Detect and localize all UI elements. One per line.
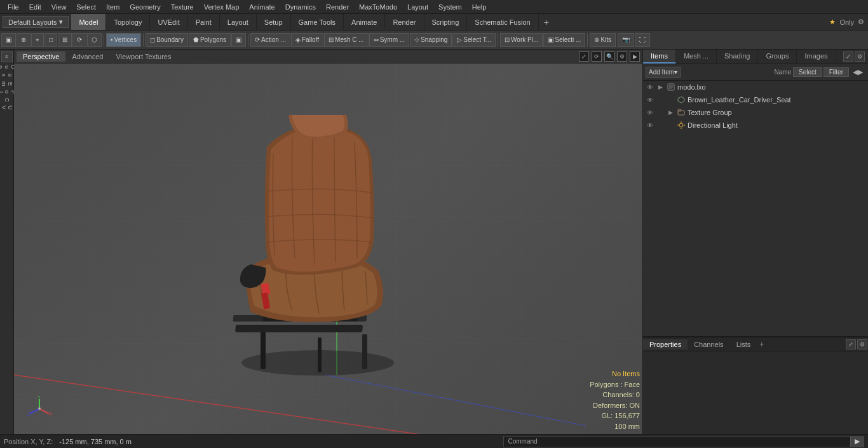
viewport-tab-perspective[interactable]: Perspective — [17, 51, 65, 62]
layout-tab-gametools[interactable]: Game Tools — [291, 14, 344, 30]
panel-settings-icon[interactable]: ⚙ — [855, 51, 865, 62]
items-select-button[interactable]: Select — [793, 67, 822, 77]
left-toggle[interactable]: ≡ — [1, 51, 13, 62]
menu-geometry[interactable]: Geometry — [125, 2, 165, 12]
tool-work-plane[interactable]: ⊡ Work Pl... — [500, 33, 543, 47]
layout-tab-render[interactable]: Render — [385, 14, 424, 30]
eye-icon[interactable]: 👁 — [646, 83, 654, 92]
tool-symm[interactable]: ⇔ Symm ... — [369, 33, 409, 47]
tab-lists[interactable]: Lists — [730, 339, 757, 350]
viewport-icon-expand[interactable]: ▶ — [630, 51, 640, 62]
items-more-button[interactable]: ◀▶ — [850, 68, 865, 76]
poly2-icon: ▣ — [236, 36, 241, 43]
menu-maxtomodo[interactable]: MaxToModo — [354, 2, 402, 12]
tool-hex[interactable]: ⬡ — [87, 33, 102, 47]
mesh-icon: ⊟ — [329, 36, 334, 43]
tool-select-box[interactable]: ▣ — [1, 33, 16, 47]
tool-action[interactable]: ⟳ Action ... — [250, 33, 290, 47]
command-go-button[interactable]: ▶ — [850, 437, 864, 447]
tool-falloff[interactable]: ◈ Falloff — [291, 33, 323, 47]
eye-icon[interactable]: 👁 — [646, 108, 654, 117]
rotate-icon: ⟳ — [77, 36, 82, 43]
tool-polygons[interactable]: ⬟ Polygons — [189, 33, 231, 47]
eye-icon[interactable]: 👁 — [646, 95, 654, 104]
panel-tab-items[interactable]: Items — [643, 50, 676, 64]
viewport-tab-advanced[interactable]: Advanced — [65, 51, 109, 62]
no-arrow: ▷ — [668, 97, 675, 103]
layout-tab-topology[interactable]: Topology — [106, 14, 150, 30]
tool-fullscreen[interactable]: ⛶ — [635, 33, 650, 47]
layout-tab-paint[interactable]: Paint — [188, 14, 220, 30]
list-item[interactable]: 👁 ▶ Texture Group — [643, 106, 868, 119]
bottom-expand-icon[interactable]: ⤢ — [846, 339, 856, 350]
layout-dropdown[interactable]: Default Layouts ▾ — [3, 16, 69, 28]
chevron-down-icon: ▾ — [59, 18, 63, 26]
left-toolbar: ≡ Dup Mesh Em Pol C UV — [0, 50, 14, 434]
viewport-icon-arrows[interactable]: ⤢ — [579, 51, 589, 62]
tab-properties[interactable]: Properties — [643, 339, 688, 350]
tool-selecti[interactable]: ▣ Selecti ... — [543, 33, 585, 47]
menu-help[interactable]: Help — [467, 2, 492, 12]
add-tab-button[interactable]: + — [759, 340, 764, 349]
tool-poly2[interactable]: ▣ — [231, 33, 246, 47]
menu-vertex-map[interactable]: Vertex Map — [199, 2, 245, 12]
menu-item[interactable]: Item — [101, 2, 125, 12]
viewport-content[interactable]: No Items Polygons : Face Channels: 0 Def… — [14, 64, 642, 434]
circle-icon: ⊕ — [21, 36, 26, 43]
layout-tab-model[interactable]: Model — [71, 14, 106, 30]
viewport-icon-zoom[interactable]: 🔍 — [604, 51, 614, 62]
panel-expand-icon[interactable]: ⤢ — [843, 51, 853, 62]
tool-lasso[interactable]: ⌖ — [31, 33, 44, 47]
panel-tab-images[interactable]: Images — [797, 50, 836, 64]
name-column-header: Name — [775, 69, 793, 76]
list-item[interactable]: 👁 ▶ modo.lxo — [643, 81, 868, 93]
items-filter-button[interactable]: Filter — [824, 67, 849, 77]
layout-tab-scripting[interactable]: Scripting — [424, 14, 468, 30]
panel-tab-groups[interactable]: Groups — [758, 50, 797, 64]
layout-tab-setup[interactable]: Setup — [257, 14, 291, 30]
panel-tab-mesh[interactable]: Mesh ... — [676, 50, 717, 64]
tool-select-t[interactable]: ▷ Select T... — [452, 33, 496, 47]
layout-tab-schematic[interactable]: Schematic Fusion — [467, 14, 538, 30]
menu-view[interactable]: View — [46, 2, 72, 12]
tool-mesh[interactable]: ⊟ Mesh C ... — [324, 33, 369, 47]
tool-rect[interactable]: □ — [44, 33, 57, 47]
menu-edit[interactable]: Edit — [24, 2, 46, 12]
tool-vertices[interactable]: • Vertices — [106, 33, 141, 47]
eye-icon[interactable]: 👁 — [646, 121, 654, 130]
viewport-icon-refresh[interactable]: ⟳ — [592, 51, 602, 62]
menu-render[interactable]: Render — [321, 2, 354, 12]
tool-kits[interactable]: ⊛ Kits — [590, 33, 616, 47]
menu-file[interactable]: File — [3, 2, 24, 12]
list-item[interactable]: 👁 ▷ Brown_Leather_Car_Driver_Seat — [643, 93, 868, 106]
separator-5 — [587, 34, 588, 46]
viewport-icon-settings[interactable]: ⚙ — [617, 51, 627, 62]
menu-animate[interactable]: Animate — [244, 2, 280, 12]
command-input[interactable] — [541, 438, 850, 445]
expand-arrow[interactable]: ▶ — [658, 84, 665, 90]
panel-tab-shading[interactable]: Shading — [717, 50, 758, 64]
menu-layout[interactable]: Layout — [402, 2, 433, 12]
add-layout-button[interactable]: + — [539, 16, 554, 29]
viewport-tab-textures[interactable]: Viewport Textures — [109, 51, 177, 62]
gear-icon[interactable]: ⚙ — [854, 18, 868, 26]
add-item-button[interactable]: Add Item ▾ — [646, 67, 681, 78]
layout-tab-animate[interactable]: Animate — [344, 14, 385, 30]
bottom-settings-icon[interactable]: ⚙ — [857, 339, 867, 350]
tool-boundary[interactable]: ◻ Boundary — [146, 33, 188, 47]
svg-text:X: X — [50, 412, 52, 416]
list-item[interactable]: 👁 ▷ Directional Light — [643, 119, 868, 132]
layout-tab-uvedit[interactable]: UVEdit — [150, 14, 187, 30]
tool-rotate[interactable]: ⟳ — [72, 33, 86, 47]
tab-channels[interactable]: Channels — [688, 339, 729, 350]
menu-texture[interactable]: Texture — [166, 2, 199, 12]
tool-snapping[interactable]: ⊹ Snapping — [410, 33, 452, 47]
expand-arrow[interactable]: ▶ — [668, 109, 675, 116]
tool-camera-icon[interactable]: 📷 — [618, 33, 634, 47]
menu-select[interactable]: Select — [71, 2, 101, 12]
menu-dynamics[interactable]: Dynamics — [280, 2, 321, 12]
tool-circle[interactable]: ⊕ — [17, 33, 31, 47]
menu-system[interactable]: System — [433, 2, 467, 12]
tool-paint[interactable]: ⊞ — [58, 33, 72, 47]
layout-tab-layout[interactable]: Layout — [220, 14, 257, 30]
